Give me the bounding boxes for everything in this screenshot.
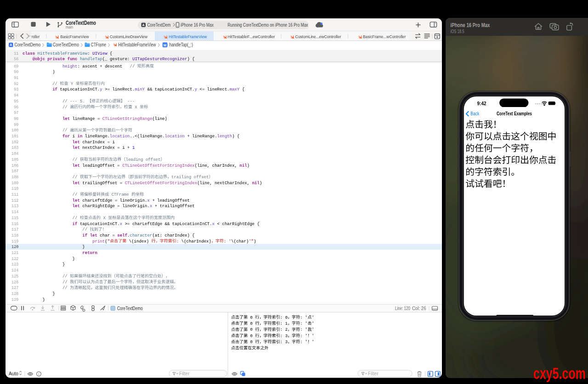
svg-text:{: { <box>239 87 244 92</box>
svg-text:: 3: : 3 <box>280 339 288 344</box>
svg-text:let: let <box>73 163 80 168</box>
svg-text:CoreTextDemo: CoreTextDemo <box>15 42 41 47</box>
svg-text:Back: Back <box>470 110 479 116</box>
svg-text:i: i <box>70 134 77 139</box>
svg-text:1: 1 <box>132 145 135 150</box>
svg-text:': ' <box>312 315 314 320</box>
svg-text:Filter: Filter <box>179 371 190 376</box>
svg-text:: 3: : 3 <box>280 333 288 339</box>
svg-text:CTLineGetOffsetForStringIndex: CTLineGetOffsetForStringIndex <box>125 181 197 186</box>
svg-text:let: let <box>73 198 80 203</box>
svg-text:BasicFrame...wController: BasicFrame...wController <box>363 34 406 39</box>
svg-text:109: 109 <box>11 181 18 186</box>
svg-text:113: 113 <box>11 204 18 209</box>
svg-text:129: 129 <box>11 298 18 302</box>
svg-text:110: 110 <box>11 186 18 191</box>
svg-text:0: 0 <box>248 339 255 344</box>
svg-text:<= lineRect.: <= lineRect. <box>197 87 230 92</box>
svg-text:125: 125 <box>11 274 18 279</box>
svg-text:102: 102 <box>11 140 18 145</box>
svg-text://: // <box>52 81 60 86</box>
svg-text:122: 122 <box>11 257 18 261</box>
svg-text:(line, charIndex,: (line, charIndex, <box>195 163 240 168</box>
svg-text:Line: 120: Line: 120 <box>395 306 410 311</box>
svg-text:---: --- <box>125 99 135 104</box>
svg-text:': ' <box>312 339 314 344</box>
svg-text:}: } <box>52 291 55 296</box>
svg-text:CoreTextDemo: CoreTextDemo <box>53 42 79 47</box>
svg-text:Running CoreTextDemo on iPhone: Running CoreTextDemo on iPhone 16 Pro Ma… <box>228 23 309 28</box>
svg-text:93: 93 <box>14 87 18 92</box>
svg-text:UITapGestureRecognizer: UITapGestureRecognizer <box>132 56 187 62</box>
svg-text:115: 115 <box>11 216 18 220</box>
svg-text:CTFrame: CTFrame <box>91 42 106 47</box>
svg-text:CoreTextDem: CoreTextDem <box>147 23 171 28</box>
svg-text:}: } <box>73 256 75 261</box>
svg-text:CoreTextDemo: CoreTextDemo <box>117 306 143 311</box>
svg-text:leadingOffset =: leadingOffset = <box>80 163 122 168</box>
svg-text:return: return <box>82 250 97 255</box>
svg-text:: ': : ' <box>224 239 231 244</box>
svg-text:>= lineRect.: >= lineRect. <box>102 87 135 92</box>
svg-text:+ leadingOffset: + leadingOffset <box>150 198 190 203</box>
svg-text:charLeftEdge = lineOrigin.: charLeftEdge = lineOrigin. <box>80 198 147 203</box>
svg-text:main: main <box>66 24 73 29</box>
svg-text:X: X <box>101 215 108 220</box>
svg-text:: 2: : 2 <box>280 327 288 332</box>
svg-text://: // <box>62 128 70 133</box>
svg-text:119: 119 <box>11 239 18 244</box>
svg-text://: // <box>82 227 90 232</box>
svg-text:): ) <box>247 163 249 168</box>
svg-text:handleTap: handleTap <box>80 56 102 62</box>
svg-text:111: 111 <box>11 192 18 197</box>
svg-text:{: { <box>107 51 113 56</box>
svg-text://: // <box>62 280 70 285</box>
svg-text:iPhone 16 Pro Max: iPhone 16 Pro Max <box>181 23 214 28</box>
svg-text:): ) <box>260 181 262 186</box>
svg-text:lineRange =: lineRange = <box>70 116 102 121</box>
svg-text:) {: ) { <box>232 134 239 139</box>
svg-text:98: 98 <box>14 117 18 121</box>
svg-text:maxY: maxY <box>230 87 240 92</box>
svg-text:\(char): \(char) <box>231 239 249 244</box>
svg-text:123: 123 <box>11 262 18 267</box>
svg-text:99: 99 <box>14 123 18 127</box>
svg-text:HitTestableFrameView: HitTestableFrameView <box>38 51 88 56</box>
svg-text:A: A <box>10 43 12 46</box>
svg-text::: : <box>87 51 92 56</box>
svg-text:: ': : ' <box>300 333 307 339</box>
svg-text:}: } <box>82 244 85 249</box>
svg-text:UIView: UIView <box>92 51 107 56</box>
svg-text:97: 97 <box>14 111 18 115</box>
svg-text:X: X <box>132 105 140 110</box>
svg-text:minY: minY <box>135 87 145 92</box>
svg-text:0: 0 <box>248 333 255 339</box>
svg-text:+ lineRange.: + lineRange. <box>185 134 217 139</box>
svg-text:CTLineGetStringRange: CTLineGetStringRange <box>102 116 153 121</box>
svg-text:120: 120 <box>11 245 18 249</box>
svg-text:CTLineGetOffsetForStringIndex: CTLineGetOffsetForStringIndex <box>122 163 194 168</box>
svg-text:CoreText Examples: CoreText Examples <box>497 111 532 116</box>
svg-text://: // <box>73 157 80 162</box>
svg-text:BasicFrameView: BasicFrameView <box>61 34 90 39</box>
svg-text:if: if <box>73 221 78 226</box>
svg-text:(line, nextCharIndex,: (line, nextCharIndex, <box>197 181 252 186</box>
svg-text:leading offset: leading offset <box>125 157 160 162</box>
svg-text:charRightEdge = lineOrigin.: charRightEdge = lineOrigin. <box>80 203 150 209</box>
svg-text:if: if <box>82 233 87 238</box>
svg-text:105: 105 <box>11 158 18 162</box>
svg-text:91: 91 <box>14 76 18 80</box>
svg-text:< charRightEdge {: < charRightEdge { <box>215 221 260 226</box>
svg-text:HitTestableF...ewController: HitTestableF...ewController <box>228 34 276 39</box>
svg-text:class: class <box>23 51 38 56</box>
svg-text:Filter: Filter <box>368 371 379 376</box>
svg-text:118: 118 <box>11 233 18 238</box>
svg-text:': ' <box>312 327 314 332</box>
svg-text:// --- 5.: // --- 5. <box>62 99 87 104</box>
svg-text:(at: charIndex) {: (at: charIndex) { <box>152 233 194 238</box>
svg-text:127: 127 <box>11 286 18 290</box>
svg-text:124: 124 <box>11 268 18 273</box>
svg-text:': ' <box>312 321 314 326</box>
svg-text:let: let <box>73 181 80 186</box>
svg-text:128: 128 <box>11 292 18 296</box>
